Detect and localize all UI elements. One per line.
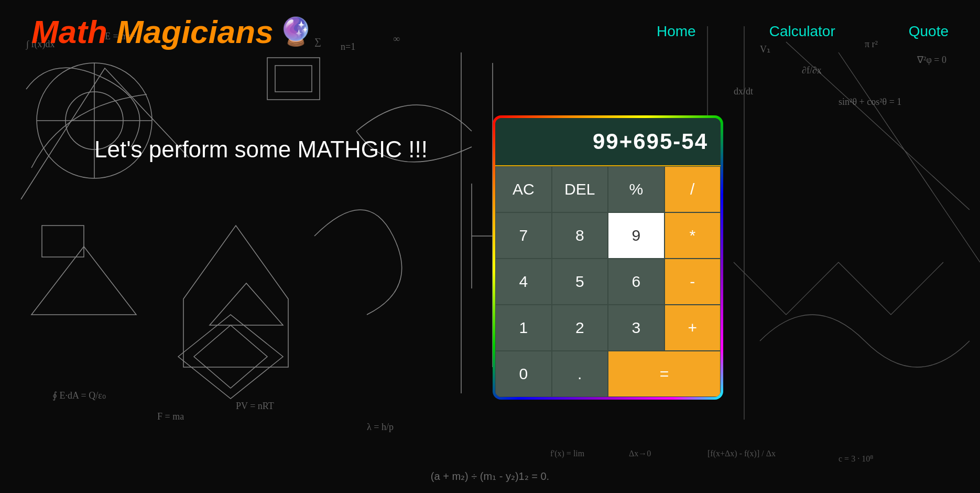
calc-btn-1[interactable]: 1 (495, 305, 552, 351)
logo-math: Math (31, 14, 107, 50)
svg-text:F = ma: F = ma (157, 411, 184, 422)
nav-links: Home Calculator Quote (657, 23, 949, 40)
svg-text:dx/dt: dx/dt (734, 86, 753, 97)
bottom-equation: (a + m₂) ÷ (m₁ - y₂)1₂ = 0. (431, 470, 549, 483)
calculator-display: 99+695-54 (495, 118, 721, 165)
calc-btn-9[interactable]: 9 (608, 212, 665, 259)
svg-text:sin²θ + cos²θ = 1: sin²θ + cos²θ = 1 (839, 97, 901, 107)
calc-btn-plus[interactable]: + (665, 305, 721, 351)
svg-rect-0 (0, 0, 980, 493)
calc-btn-divide[interactable]: / (665, 166, 721, 212)
calculator-wrapper: 99+695-54 AC DEL % / 7 8 9 * 4 5 6 - 1 2… (493, 115, 723, 400)
nav-link-calculator[interactable]: Calculator (769, 23, 835, 40)
calc-btn-6[interactable]: 6 (608, 259, 665, 305)
logo-magicians: Magicians (107, 14, 274, 50)
calc-btn-2[interactable]: 2 (552, 305, 608, 351)
calc-btn-del[interactable]: DEL (552, 166, 608, 212)
calc-btn-ac[interactable]: AC (495, 166, 552, 212)
nav-link-home[interactable]: Home (657, 23, 696, 40)
svg-text:c = 3 · 10⁸: c = 3 · 10⁸ (839, 454, 873, 463)
svg-text:λ = h/p: λ = h/p (367, 422, 394, 432)
logo-emoji: 🔮 (279, 16, 313, 48)
logo-text: Math Magicians (31, 13, 274, 50)
math-background-svg: ∫ f(x)dx E = mc² ∑ n=1 ∞ V₁ ∂f/∂x π r² ∇… (0, 0, 980, 493)
calc-btn-percent[interactable]: % (608, 166, 665, 212)
svg-text:[f(x+Δx) - f(x)] / Δx: [f(x+Δx) - f(x)] / Δx (707, 449, 776, 458)
hero-text: Let's perform some MATHGIC !!! (94, 136, 428, 163)
calc-btn-0[interactable]: 0 (495, 351, 552, 397)
calculator: 99+695-54 AC DEL % / 7 8 9 * 4 5 6 - 1 2… (495, 118, 721, 397)
calc-btn-5[interactable]: 5 (552, 259, 608, 305)
logo: Math Magicians 🔮 (31, 13, 313, 50)
background: ∫ f(x)dx E = mc² ∑ n=1 ∞ V₁ ∂f/∂x π r² ∇… (0, 0, 980, 493)
calc-btn-dot[interactable]: . (552, 351, 608, 397)
navigation: Math Magicians 🔮 Home Calculator Quote (0, 0, 980, 63)
svg-text:PV = nRT: PV = nRT (236, 401, 274, 411)
calc-btn-minus[interactable]: - (665, 259, 721, 305)
svg-text:∂f/∂x: ∂f/∂x (802, 65, 822, 76)
svg-text:f'(x) = lim: f'(x) = lim (550, 449, 585, 458)
calc-btn-8[interactable]: 8 (552, 212, 608, 259)
calc-btn-7[interactable]: 7 (495, 212, 552, 259)
svg-text:∮ E·dA = Q/ε₀: ∮ E·dA = Q/ε₀ (52, 390, 106, 401)
calc-btn-multiply[interactable]: * (665, 212, 721, 259)
calc-btn-4[interactable]: 4 (495, 259, 552, 305)
calculator-buttons: AC DEL % / 7 8 9 * 4 5 6 - 1 2 3 + 0 . = (495, 165, 721, 397)
nav-link-quote[interactable]: Quote (909, 23, 949, 40)
calc-btn-equals[interactable]: = (608, 351, 721, 397)
calc-btn-3[interactable]: 3 (608, 305, 665, 351)
svg-text:Δx→0: Δx→0 (629, 449, 651, 458)
